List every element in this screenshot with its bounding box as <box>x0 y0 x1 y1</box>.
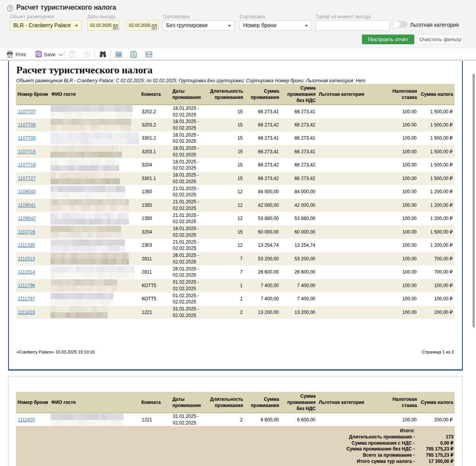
svg-text:?: ? <box>71 52 73 56</box>
